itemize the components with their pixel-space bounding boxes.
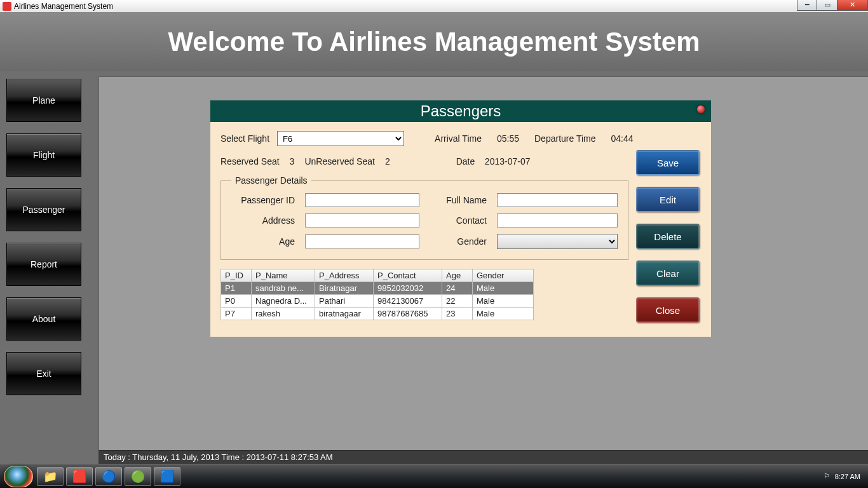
taskbar-app-icon[interactable]: 🟥	[66, 467, 93, 486]
table-cell[interactable]: Male	[473, 308, 534, 320]
fullname-input[interactable]	[497, 193, 618, 207]
sidebar-item-about[interactable]: About	[6, 297, 81, 341]
taskbar-word-icon[interactable]: 🟦	[154, 467, 180, 486]
table-cell[interactable]: 9852032032	[374, 282, 442, 295]
date-row: Date 2013-07-07	[456, 156, 531, 166]
table-cell[interactable]: 98787687685	[374, 308, 442, 320]
close-button[interactable]: Close	[636, 297, 700, 323]
content-row: Plane Flight Passenger Report About Exit…	[0, 71, 868, 464]
button-label: Delete	[654, 231, 681, 242]
col-gender[interactable]: Gender	[473, 269, 534, 282]
table-row[interactable]: P0Nagnedra D...Pathari984213006722Male	[221, 295, 534, 308]
sidebar-item-passenger[interactable]: Passenger	[6, 188, 81, 231]
table-row[interactable]: P1sandrab ne...Biratnagar985203203224Mal…	[221, 282, 534, 295]
gender-dropdown[interactable]	[497, 234, 618, 249]
app-icon	[3, 2, 11, 11]
taskbar-explorer-icon[interactable]: 📁	[37, 467, 64, 486]
record-indicator-icon	[697, 105, 705, 113]
button-label: Save	[657, 158, 679, 168]
unreserved-seat-value: 2	[385, 156, 390, 166]
details-grid: Passenger ID Full Name Address Contact A…	[231, 193, 618, 249]
table-cell[interactable]: biratnagaar	[315, 308, 374, 320]
form-body: Select Flight F6 Arrival Time 05:55 Depa…	[210, 122, 711, 337]
col-p-id[interactable]: P_ID	[221, 269, 252, 282]
action-buttons: Save Edit Delete Clear Close	[636, 150, 700, 323]
start-button[interactable]	[4, 466, 33, 487]
sidebar-item-report[interactable]: Report	[6, 243, 81, 286]
address-input[interactable]	[305, 214, 419, 227]
sidebar-item-plane[interactable]: Plane	[6, 79, 81, 122]
col-p-contact[interactable]: P_Contact	[374, 269, 442, 282]
table-head: P_ID P_Name P_Address P_Contact Age Gend…	[221, 269, 534, 282]
sidebar-item-label: About	[32, 314, 56, 324]
status-text: Today : Thursday, 11 July, 2013 Time : 2…	[104, 452, 333, 462]
table-cell[interactable]: 22	[442, 295, 473, 308]
window-title: Airlines Management System	[14, 2, 113, 11]
table-cell[interactable]: 9842130067	[374, 295, 442, 308]
taskbar-media-icon[interactable]: 🟢	[125, 467, 151, 486]
taskbar[interactable]: 📁 🟥 🔵 🟢 🟦 ⚐ 8:27 AM	[0, 464, 868, 488]
age-input[interactable]	[305, 234, 419, 248]
table-cell[interactable]: sandrab ne...	[252, 282, 315, 295]
table-body: P1sandrab ne...Biratnagar985203203224Mal…	[221, 282, 534, 320]
seat-row: Reserved Seat 3 UnReserved Seat 2 Date 2…	[220, 156, 701, 166]
delete-button[interactable]: Delete	[636, 224, 700, 249]
table-cell[interactable]: P0	[221, 295, 252, 308]
clear-button[interactable]: Clear	[636, 261, 700, 286]
contact-input[interactable]	[497, 214, 618, 227]
tray-clock[interactable]: 8:27 AM	[835, 473, 860, 480]
col-p-name[interactable]: P_Name	[252, 269, 315, 282]
arrival-time-value: 05:55	[497, 133, 519, 144]
status-bar: Today : Thursday, 11 July, 2013 Time : 2…	[98, 450, 868, 464]
table-cell[interactable]: Pathari	[315, 295, 374, 308]
taskbar-chrome-icon[interactable]: 🔵	[95, 467, 122, 486]
passenger-id-input[interactable]	[305, 193, 419, 207]
times-row: Arrival Time 05:55 Departure Time 04:44	[435, 133, 633, 144]
tray-flag-icon[interactable]: ⚐	[824, 472, 830, 480]
table-cell[interactable]: 23	[442, 308, 473, 320]
select-flight-dropdown[interactable]: F6	[277, 131, 404, 146]
passenger-details-fieldset: Passenger Details Passenger ID Full Name…	[220, 175, 628, 260]
table-cell[interactable]: Male	[473, 295, 534, 308]
system-tray[interactable]: ⚐ 8:27 AM	[824, 464, 864, 488]
table-cell[interactable]: Biratnagar	[315, 282, 374, 295]
flight-select-row: Select Flight F6 Arrival Time 05:55 Depa…	[220, 131, 701, 146]
maximize-button[interactable]: ▭	[817, 0, 837, 11]
col-age[interactable]: Age	[442, 269, 473, 282]
header-title: Welcome To Airlines Management System	[168, 27, 700, 57]
col-p-address[interactable]: P_Address	[315, 269, 374, 282]
reserved-seat-value: 3	[290, 156, 295, 166]
sidebar: Plane Flight Passenger Report About Exit	[0, 71, 92, 464]
table-cell[interactable]: P7	[221, 308, 252, 320]
window-titlebar: Airlines Management System ━ ▭ ✕	[0, 0, 868, 13]
date-value: 2013-07-07	[485, 156, 531, 166]
button-label: Clear	[656, 268, 679, 279]
table-cell[interactable]: Nagnedra D...	[252, 295, 315, 308]
table-cell[interactable]: rakesh	[252, 308, 315, 320]
button-label: Edit	[660, 194, 676, 205]
sidebar-item-label: Exit	[36, 369, 51, 379]
contact-label: Contact	[430, 215, 487, 226]
departure-time-label: Departure Time	[534, 133, 595, 144]
main-panel: Passengers Select Flight F6 Arrival Time…	[98, 76, 868, 464]
save-button[interactable]: Save	[636, 150, 700, 175]
date-label: Date	[456, 156, 475, 166]
passengers-table[interactable]: P_ID P_Name P_Address P_Contact Age Gend…	[220, 269, 534, 320]
gender-label: Gender	[430, 236, 487, 247]
table-cell[interactable]: Male	[473, 282, 534, 295]
sidebar-item-label: Plane	[32, 95, 55, 105]
departure-time-value: 04:44	[611, 133, 633, 144]
address-label: Address	[231, 215, 295, 226]
app-header: Welcome To Airlines Management System	[0, 13, 868, 71]
sidebar-item-flight[interactable]: Flight	[6, 133, 81, 177]
minimize-button[interactable]: ━	[797, 0, 817, 11]
select-flight-label: Select Flight	[220, 133, 269, 144]
sidebar-item-label: Report	[31, 259, 57, 269]
edit-button[interactable]: Edit	[636, 187, 700, 212]
table-row[interactable]: P7rakeshbiratnagaar9878768768523Male	[221, 308, 534, 320]
sidebar-item-label: Passenger	[23, 205, 65, 215]
table-cell[interactable]: P1	[221, 282, 252, 295]
window-close-button[interactable]: ✕	[837, 0, 868, 11]
table-cell[interactable]: 24	[442, 282, 473, 295]
sidebar-item-exit[interactable]: Exit	[6, 352, 81, 395]
